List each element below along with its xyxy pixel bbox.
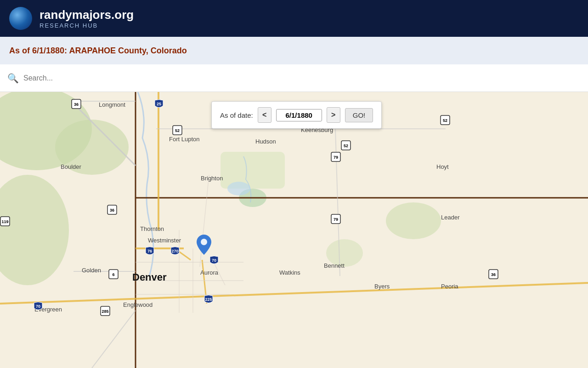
date-prev-button[interactable]: < — [258, 107, 271, 123]
county-label: As of 6/1/1880: ARAPAHOE County, Colorad… — [9, 46, 187, 56]
svg-text:79: 79 — [334, 217, 338, 222]
svg-rect-4 — [220, 152, 285, 189]
svg-text:36: 36 — [110, 208, 114, 213]
site-logo — [9, 7, 32, 30]
highway-shield: 70 — [209, 255, 219, 267]
svg-text:225: 225 — [205, 297, 212, 302]
svg-text:70: 70 — [212, 258, 216, 263]
svg-text:36: 36 — [74, 102, 79, 107]
svg-text:52: 52 — [443, 118, 447, 123]
site-title: randymajors.org — [40, 8, 134, 22]
highway-shield: 119 — [0, 216, 10, 228]
date-label: As of date: — [220, 111, 253, 119]
svg-point-8 — [227, 182, 250, 196]
svg-point-6 — [326, 239, 363, 267]
svg-text:119: 119 — [1, 219, 8, 224]
svg-text:79: 79 — [334, 155, 338, 160]
highway-shield: 52 — [172, 125, 182, 137]
date-next-button[interactable]: > — [327, 107, 340, 123]
svg-text:270: 270 — [171, 249, 178, 253]
header-text: randymajors.org RESEARCH HUB — [40, 8, 134, 29]
highway-shield: 79 — [331, 214, 341, 226]
svg-point-5 — [386, 202, 441, 239]
search-icon: 🔍 — [7, 73, 19, 84]
search-input[interactable] — [23, 74, 581, 82]
map-svg — [0, 92, 588, 368]
highway-shield: 52 — [341, 140, 351, 152]
highway-shield: 70 — [33, 301, 43, 313]
map-area[interactable]: As of date: < > GO! LongmontBoulderFort … — [0, 92, 588, 368]
svg-text:52: 52 — [175, 128, 180, 133]
svg-text:6: 6 — [112, 272, 114, 277]
svg-text:285: 285 — [102, 309, 108, 314]
date-control: As of date: < > GO! — [211, 101, 382, 129]
svg-text:76: 76 — [147, 249, 152, 253]
date-input[interactable] — [276, 109, 322, 121]
svg-text:25: 25 — [157, 102, 161, 106]
highway-shield: 36 — [488, 269, 498, 281]
highway-shield: 79 — [331, 152, 341, 164]
location-pin — [197, 235, 211, 257]
go-button[interactable]: GO! — [345, 108, 373, 122]
highway-shield: 270 — [170, 246, 180, 258]
site-subtitle: RESEARCH HUB — [40, 22, 134, 29]
highway-shield: 36 — [107, 205, 117, 217]
highway-shield: 36 — [71, 99, 81, 111]
search-bar: 🔍 — [0, 64, 588, 92]
svg-text:36: 36 — [491, 272, 496, 277]
highway-shield: 6 — [108, 269, 119, 281]
svg-point-29 — [201, 239, 207, 245]
highway-shield: 285 — [100, 306, 110, 318]
header: randymajors.org RESEARCH HUB — [0, 0, 588, 37]
svg-text:52: 52 — [344, 144, 348, 148]
highway-shield: 76 — [145, 246, 155, 258]
highway-shield: 25 — [154, 99, 164, 111]
svg-text:70: 70 — [36, 304, 40, 309]
highway-shield: 52 — [440, 115, 450, 127]
info-bar: As of 6/1/1880: ARAPAHOE County, Colorad… — [0, 37, 588, 64]
highway-shield: 225 — [204, 294, 214, 306]
